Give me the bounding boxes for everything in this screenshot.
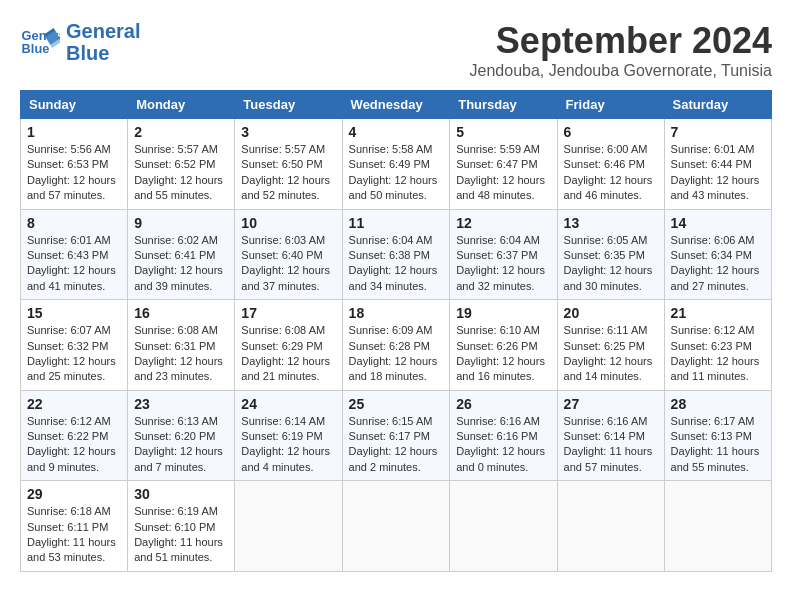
calendar-cell: 11Sunrise: 6:04 AMSunset: 6:38 PMDayligh… [342,209,450,300]
day-info: Sunrise: 6:05 AMSunset: 6:35 PMDaylight:… [564,233,658,295]
day-info: Sunrise: 6:04 AMSunset: 6:38 PMDaylight:… [349,233,444,295]
calendar-cell: 19Sunrise: 6:10 AMSunset: 6:26 PMDayligh… [450,300,557,391]
calendar-cell: 2Sunrise: 5:57 AMSunset: 6:52 PMDaylight… [128,119,235,210]
header: General Blue General Blue September 2024… [20,20,772,80]
day-info: Sunrise: 6:16 AMSunset: 6:16 PMDaylight:… [456,414,550,476]
day-number: 17 [241,305,335,321]
day-info: Sunrise: 6:10 AMSunset: 6:26 PMDaylight:… [456,323,550,385]
calendar-cell: 15Sunrise: 6:07 AMSunset: 6:32 PMDayligh… [21,300,128,391]
day-info: Sunrise: 6:17 AMSunset: 6:13 PMDaylight:… [671,414,765,476]
day-info: Sunrise: 6:13 AMSunset: 6:20 PMDaylight:… [134,414,228,476]
day-info: Sunrise: 6:14 AMSunset: 6:19 PMDaylight:… [241,414,335,476]
calendar-cell: 24Sunrise: 6:14 AMSunset: 6:19 PMDayligh… [235,390,342,481]
day-number: 12 [456,215,550,231]
day-number: 7 [671,124,765,140]
weekday-thursday: Thursday [450,91,557,119]
day-info: Sunrise: 6:12 AMSunset: 6:22 PMDaylight:… [27,414,121,476]
day-number: 2 [134,124,228,140]
calendar-cell [450,481,557,572]
calendar-cell: 12Sunrise: 6:04 AMSunset: 6:37 PMDayligh… [450,209,557,300]
day-info: Sunrise: 6:11 AMSunset: 6:25 PMDaylight:… [564,323,658,385]
day-info: Sunrise: 6:09 AMSunset: 6:28 PMDaylight:… [349,323,444,385]
day-number: 21 [671,305,765,321]
day-number: 27 [564,396,658,412]
calendar-cell: 14Sunrise: 6:06 AMSunset: 6:34 PMDayligh… [664,209,771,300]
day-info: Sunrise: 6:19 AMSunset: 6:10 PMDaylight:… [134,504,228,566]
weekday-monday: Monday [128,91,235,119]
day-number: 14 [671,215,765,231]
calendar-cell: 6Sunrise: 6:00 AMSunset: 6:46 PMDaylight… [557,119,664,210]
day-number: 8 [27,215,121,231]
week-row-1: 1Sunrise: 5:56 AMSunset: 6:53 PMDaylight… [21,119,772,210]
logo-blue: Blue [66,42,140,64]
day-info: Sunrise: 5:57 AMSunset: 6:52 PMDaylight:… [134,142,228,204]
calendar-cell: 21Sunrise: 6:12 AMSunset: 6:23 PMDayligh… [664,300,771,391]
calendar-cell: 27Sunrise: 6:16 AMSunset: 6:14 PMDayligh… [557,390,664,481]
day-info: Sunrise: 6:02 AMSunset: 6:41 PMDaylight:… [134,233,228,295]
weekday-wednesday: Wednesday [342,91,450,119]
day-info: Sunrise: 5:58 AMSunset: 6:49 PMDaylight:… [349,142,444,204]
calendar-cell: 26Sunrise: 6:16 AMSunset: 6:16 PMDayligh… [450,390,557,481]
day-info: Sunrise: 6:08 AMSunset: 6:31 PMDaylight:… [134,323,228,385]
weekday-saturday: Saturday [664,91,771,119]
calendar-cell: 8Sunrise: 6:01 AMSunset: 6:43 PMDaylight… [21,209,128,300]
day-info: Sunrise: 6:12 AMSunset: 6:23 PMDaylight:… [671,323,765,385]
day-info: Sunrise: 6:04 AMSunset: 6:37 PMDaylight:… [456,233,550,295]
day-number: 10 [241,215,335,231]
day-info: Sunrise: 5:59 AMSunset: 6:47 PMDaylight:… [456,142,550,204]
week-row-2: 8Sunrise: 6:01 AMSunset: 6:43 PMDaylight… [21,209,772,300]
title-area: September 2024 Jendouba, Jendouba Govern… [470,20,772,80]
day-info: Sunrise: 6:08 AMSunset: 6:29 PMDaylight:… [241,323,335,385]
day-info: Sunrise: 6:07 AMSunset: 6:32 PMDaylight:… [27,323,121,385]
calendar-cell: 3Sunrise: 5:57 AMSunset: 6:50 PMDaylight… [235,119,342,210]
calendar-cell [557,481,664,572]
calendar-cell [342,481,450,572]
calendar-cell: 23Sunrise: 6:13 AMSunset: 6:20 PMDayligh… [128,390,235,481]
day-info: Sunrise: 6:00 AMSunset: 6:46 PMDaylight:… [564,142,658,204]
logo-general: General [66,20,140,42]
day-number: 26 [456,396,550,412]
day-info: Sunrise: 5:56 AMSunset: 6:53 PMDaylight:… [27,142,121,204]
day-info: Sunrise: 5:57 AMSunset: 6:50 PMDaylight:… [241,142,335,204]
day-info: Sunrise: 6:15 AMSunset: 6:17 PMDaylight:… [349,414,444,476]
calendar-cell: 4Sunrise: 5:58 AMSunset: 6:49 PMDaylight… [342,119,450,210]
logo-icon: General Blue [20,24,60,60]
calendar-table: SundayMondayTuesdayWednesdayThursdayFrid… [20,90,772,572]
day-number: 24 [241,396,335,412]
day-number: 9 [134,215,228,231]
calendar-cell: 28Sunrise: 6:17 AMSunset: 6:13 PMDayligh… [664,390,771,481]
weekday-friday: Friday [557,91,664,119]
calendar-cell: 18Sunrise: 6:09 AMSunset: 6:28 PMDayligh… [342,300,450,391]
week-row-3: 15Sunrise: 6:07 AMSunset: 6:32 PMDayligh… [21,300,772,391]
day-info: Sunrise: 6:18 AMSunset: 6:11 PMDaylight:… [27,504,121,566]
day-number: 29 [27,486,121,502]
day-info: Sunrise: 6:01 AMSunset: 6:44 PMDaylight:… [671,142,765,204]
day-number: 4 [349,124,444,140]
calendar-cell: 20Sunrise: 6:11 AMSunset: 6:25 PMDayligh… [557,300,664,391]
day-number: 20 [564,305,658,321]
day-info: Sunrise: 6:06 AMSunset: 6:34 PMDaylight:… [671,233,765,295]
day-number: 16 [134,305,228,321]
week-row-4: 22Sunrise: 6:12 AMSunset: 6:22 PMDayligh… [21,390,772,481]
day-number: 11 [349,215,444,231]
calendar-cell: 22Sunrise: 6:12 AMSunset: 6:22 PMDayligh… [21,390,128,481]
weekday-tuesday: Tuesday [235,91,342,119]
day-number: 28 [671,396,765,412]
calendar-cell: 1Sunrise: 5:56 AMSunset: 6:53 PMDaylight… [21,119,128,210]
calendar-cell [235,481,342,572]
day-number: 3 [241,124,335,140]
weekday-sunday: Sunday [21,91,128,119]
calendar-body: 1Sunrise: 5:56 AMSunset: 6:53 PMDaylight… [21,119,772,572]
logo: General Blue General Blue [20,20,140,64]
day-number: 23 [134,396,228,412]
calendar-cell: 7Sunrise: 6:01 AMSunset: 6:44 PMDaylight… [664,119,771,210]
calendar-cell: 29Sunrise: 6:18 AMSunset: 6:11 PMDayligh… [21,481,128,572]
calendar-cell [664,481,771,572]
day-number: 13 [564,215,658,231]
calendar-cell: 13Sunrise: 6:05 AMSunset: 6:35 PMDayligh… [557,209,664,300]
month-title: September 2024 [470,20,772,62]
calendar-cell: 9Sunrise: 6:02 AMSunset: 6:41 PMDaylight… [128,209,235,300]
calendar-cell: 16Sunrise: 6:08 AMSunset: 6:31 PMDayligh… [128,300,235,391]
day-number: 25 [349,396,444,412]
day-number: 5 [456,124,550,140]
